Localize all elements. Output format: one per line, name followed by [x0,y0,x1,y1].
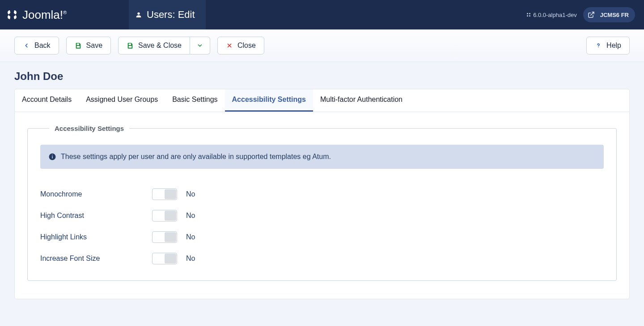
svg-point-2 [529,13,530,14]
state-increase-font-size: No [186,255,195,263]
joomla-mark-icon [526,12,531,17]
page-module-title: Users: Edit [129,0,206,29]
tab-assigned-user-groups[interactable]: Assigned User Groups [79,89,165,112]
chevron-left-icon [23,42,30,49]
label-high-contrast: High Contrast [40,212,143,220]
header-title-text: Users: Edit [147,9,195,21]
field-increase-font-size: Increase Font Size No [40,243,604,264]
tab-multi-factor-authentication[interactable]: Multi-factor Authentication [313,89,410,112]
user-icon [135,11,142,18]
field-highlight-links: Highlight Links No [40,222,604,243]
accessibility-info-banner: These settings apply per user and are on… [40,145,604,169]
brand-registered: ® [63,10,67,15]
label-increase-font-size: Increase Font Size [40,255,143,263]
toggle-monochrome[interactable] [152,188,177,200]
svg-point-4 [529,15,530,17]
chevron-down-icon [196,42,203,49]
tab-account-details[interactable]: Account Details [15,89,79,112]
question-icon [595,42,602,49]
brand-name: Joomla! [22,8,63,21]
save-and-close-group: Save & Close [118,37,210,54]
toggle-increase-font-size[interactable] [152,253,177,264]
svg-point-0 [137,13,140,15]
tab-basic-settings[interactable]: Basic Settings [165,89,225,112]
accessibility-info-text: These settings apply per user and are on… [61,153,331,161]
tabs: Account Details Assigned User Groups Bas… [15,89,629,112]
save-icon [127,42,134,49]
state-highlight-links: No [186,233,195,241]
top-bar-right: 6.0.0-alpha1-dev JCMS6 FR [526,0,644,29]
label-monochrome: Monochrome [40,190,143,198]
svg-point-7 [598,47,598,47]
site-label: JCMS6 FR [600,12,629,18]
page-title: John Doe [0,62,644,89]
top-bar: Joomla!® Users: Edit 6.0.0-alpha1-dev JC… [0,0,644,29]
tab-accessibility-settings[interactable]: Accessibility Settings [225,89,313,112]
state-high-contrast: No [186,212,195,220]
edit-card: Account Details Assigned User Groups Bas… [14,89,630,299]
external-link-icon [586,9,597,20]
joomla-logo-icon [5,8,19,21]
toggle-highlight-links[interactable] [152,231,177,243]
state-monochrome: No [186,190,195,198]
help-button[interactable]: Help [586,37,630,54]
close-button[interactable]: Close [217,37,264,54]
toggle-high-contrast[interactable] [152,210,177,222]
accessibility-legend: Accessibility Settings [49,125,129,132]
back-button[interactable]: Back [14,37,59,54]
accessibility-fieldset: Accessibility Settings These settings ap… [27,125,617,281]
save-button[interactable]: Save [66,37,111,54]
close-icon [226,42,233,49]
save-close-button[interactable]: Save & Close [118,37,190,54]
svg-rect-10 [52,155,53,156]
action-toolbar: Back Save Save & Close Close Help [0,29,644,62]
svg-point-1 [527,13,528,14]
svg-point-3 [527,15,528,17]
open-site-button[interactable]: JCMS6 FR [583,7,635,22]
save-close-dropdown[interactable] [190,37,210,54]
label-highlight-links: Highlight Links [40,233,143,241]
svg-rect-9 [52,156,53,159]
save-icon [75,42,82,49]
field-monochrome: Monochrome No [40,179,604,200]
brand[interactable]: Joomla!® [0,0,129,29]
field-high-contrast: High Contrast No [40,200,604,222]
version-label: 6.0.0-alpha1-dev [526,12,577,18]
info-icon [48,153,56,161]
